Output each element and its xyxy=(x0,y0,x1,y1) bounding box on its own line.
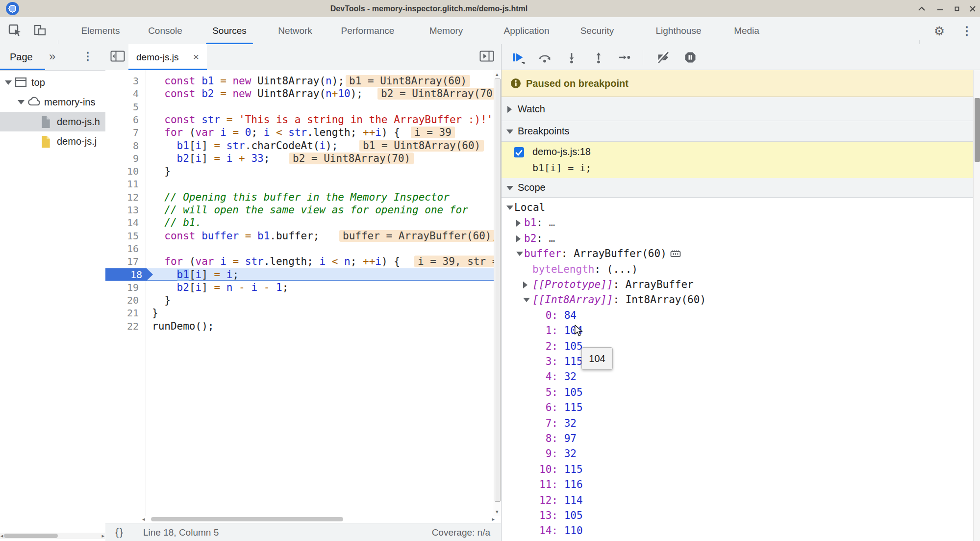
code-line-12[interactable]: // Opening this buffer in the Memory Ins… xyxy=(146,191,494,204)
line-number[interactable]: 10 xyxy=(127,165,139,178)
int8array-item-12[interactable]: 12: 114 xyxy=(502,493,973,508)
chevron-down-icon[interactable] xyxy=(523,298,530,302)
code-line-9[interactable]: b2[i] = i + 33;b2 = Uint8Array(70) xyxy=(146,152,494,165)
int8array-item-5[interactable]: 5: 105 xyxy=(502,385,973,400)
line-number-gutter[interactable]: 3456789101112131415161719202122 xyxy=(105,70,146,516)
close-tab-icon[interactable]: × xyxy=(190,51,202,63)
code-line-10[interactable]: } xyxy=(146,165,494,178)
tab-media[interactable]: Media xyxy=(734,17,759,44)
chevron-right-icon[interactable] xyxy=(516,220,521,227)
inspect-icon[interactable] xyxy=(8,24,23,38)
code-line-17[interactable]: for (var i = str.length; i < n; ++i) {i … xyxy=(146,255,494,268)
int8array-item-8[interactable]: 8: 97 xyxy=(502,431,973,446)
toggle-navigator-icon[interactable] xyxy=(110,50,126,64)
scope-row--prototype-[interactable]: [[Prototype]]: ArrayBuffer xyxy=(502,277,973,292)
code-line-20[interactable]: } xyxy=(146,294,494,307)
chevron-up-icon[interactable] xyxy=(916,3,928,15)
editor-vertical-scrollbar[interactable]: ▴ ▾ xyxy=(494,70,501,516)
code-line-16[interactable] xyxy=(146,242,494,255)
scope-row-buffer[interactable]: buffer: ArrayBuffer(60) xyxy=(502,246,973,261)
tab-network[interactable]: Network xyxy=(278,17,312,44)
gear-icon[interactable]: ⚙ xyxy=(931,24,947,39)
tab-demo-js[interactable]: demo-js.js × xyxy=(128,44,207,70)
restore-button[interactable] xyxy=(951,3,963,15)
code-line-3[interactable]: const b1 = new Uint8Array(n);b1 = Uint8A… xyxy=(146,75,494,87)
line-number[interactable]: 5 xyxy=(133,101,139,114)
line-number[interactable]: 3 xyxy=(133,75,139,88)
tab-performance[interactable]: Performance xyxy=(341,17,395,44)
tab-security[interactable]: Security xyxy=(580,17,614,44)
line-number[interactable]: 9 xyxy=(133,152,139,165)
open-debugger-panel-icon[interactable] xyxy=(479,50,495,64)
more-tabs-icon[interactable]: » xyxy=(49,44,55,70)
chevron-down-icon[interactable] xyxy=(5,80,12,85)
chevron-right-icon[interactable] xyxy=(523,282,528,288)
sidebar-horizontal-scrollbar[interactable]: ◂ ▸ xyxy=(0,533,105,539)
chevron-down-icon[interactable] xyxy=(18,100,25,104)
code-line-11[interactable] xyxy=(146,178,494,190)
int8array-item-4[interactable]: 4: 32 xyxy=(502,369,973,385)
int8array-item-0[interactable]: 0: 84 xyxy=(502,308,973,323)
pretty-print-icon[interactable]: {} xyxy=(115,523,124,541)
code-line-19[interactable]: b2[i] = n - i - 1; xyxy=(146,281,494,294)
kebab-menu-icon[interactable]: ⋮ xyxy=(960,24,974,39)
code-line-5[interactable] xyxy=(146,101,494,113)
code-line-14[interactable]: // b1. xyxy=(146,216,494,229)
code-line-22[interactable]: runDemo(); xyxy=(146,320,494,333)
code-line-6[interactable]: const str = 'This is a string in the Arr… xyxy=(146,113,494,126)
scrollbar-thumb[interactable] xyxy=(495,78,501,502)
tree-item-memory-ins[interactable]: memory-ins xyxy=(0,92,105,112)
int8array-item-11[interactable]: 11: 116 xyxy=(502,477,973,492)
code-line-18[interactable]: b1[i] = i; xyxy=(146,268,494,281)
line-number[interactable]: 15 xyxy=(127,230,139,243)
code-line-7[interactable]: for (var i = 0; i < str.length; ++i) {i … xyxy=(146,126,494,139)
chevron-right-icon[interactable] xyxy=(516,235,521,242)
line-number[interactable]: 11 xyxy=(127,178,139,191)
tree-item-demo-js-h[interactable]: demo-js.h xyxy=(0,112,105,131)
line-number[interactable]: 8 xyxy=(133,139,139,153)
scope-row-b2[interactable]: b2: … xyxy=(502,231,973,246)
scope-row--int8array-[interactable]: [[Int8Array]]: Int8Array(60) xyxy=(502,292,973,308)
line-number[interactable]: 21 xyxy=(127,307,139,320)
int8array-item-3[interactable]: 3: 115 xyxy=(502,354,973,369)
tab-elements[interactable]: Elements xyxy=(81,17,120,44)
line-number[interactable]: 12 xyxy=(127,191,139,204)
code-area[interactable]: 3456789101112131415161719202122 const b1… xyxy=(105,70,494,516)
scope-row-b1[interactable]: b1: … xyxy=(502,215,973,231)
tree-item-demo-js-j[interactable]: demo-js.j xyxy=(0,131,105,151)
int8array-item-1[interactable]: 1: 104 xyxy=(502,323,973,338)
scope-row-bytelength[interactable]: byteLength: (...) xyxy=(502,262,973,277)
code-line-8[interactable]: b1[i] = str.charCodeAt(i);b1 = Uint8Arra… xyxy=(146,139,494,152)
int8array-item-14[interactable]: 14: 110 xyxy=(502,523,973,539)
tab-application[interactable]: Application xyxy=(504,17,550,44)
line-number[interactable]: 13 xyxy=(127,204,139,217)
tab-memory[interactable]: Memory xyxy=(429,17,463,44)
tree-item-top[interactable]: top xyxy=(0,73,105,92)
tab-console[interactable]: Console xyxy=(148,17,182,44)
code-line-13[interactable]: // will open the same view as for openin… xyxy=(146,204,494,216)
tab-page[interactable]: Page xyxy=(10,44,33,70)
line-number[interactable]: 4 xyxy=(133,87,139,101)
line-number[interactable]: 22 xyxy=(127,320,139,333)
scrollbar-thumb[interactable] xyxy=(975,98,980,162)
line-number[interactable]: 6 xyxy=(133,113,139,127)
line-number[interactable]: 14 xyxy=(127,216,139,230)
scrollbar-thumb[interactable] xyxy=(4,534,58,538)
line-number[interactable]: 17 xyxy=(127,255,139,268)
close-button[interactable] xyxy=(967,3,979,15)
memory-inspector-icon[interactable] xyxy=(667,246,681,261)
int8array-item-10[interactable]: 10: 115 xyxy=(502,462,973,477)
int8array-item-7[interactable]: 7: 32 xyxy=(502,416,973,431)
scrollbar-thumb[interactable] xyxy=(151,517,343,521)
chevron-down-icon[interactable] xyxy=(506,206,513,210)
line-number[interactable]: 7 xyxy=(133,126,139,139)
code-line-15[interactable]: const buffer = b1.buffer;buffer = ArrayB… xyxy=(146,230,494,242)
line-number[interactable]: 16 xyxy=(127,242,139,256)
tab-lighthouse[interactable]: Lighthouse xyxy=(656,17,702,44)
editor-horizontal-scrollbar[interactable]: ◂ ▸ xyxy=(146,516,494,523)
navigator-kebab-menu-icon[interactable]: ⋮ xyxy=(82,44,93,70)
chevron-down-icon[interactable] xyxy=(516,252,523,256)
minimize-button[interactable] xyxy=(934,3,946,15)
device-toolbar-icon[interactable] xyxy=(32,24,47,38)
int8array-item-9[interactable]: 9: 32 xyxy=(502,446,973,462)
